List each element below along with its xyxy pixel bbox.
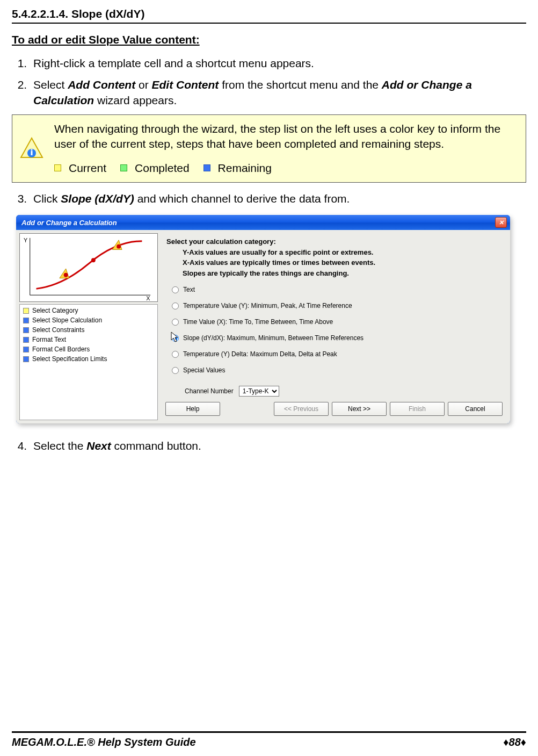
instruction-text: and which channel to derive the data fro… (134, 192, 350, 205)
radio-label: Time Value (X): Time To, Time Between, T… (183, 318, 333, 326)
channel-label: Channel Number (185, 387, 234, 395)
page-footer: MEGAM.O.L.E.® Help System Guide ♦88♦ (0, 731, 538, 748)
emphasis: Slope (dX/dY) (61, 192, 134, 205)
instruction-text: Select (33, 78, 68, 91)
legend-label: Completed (135, 161, 190, 176)
cursor-icon (171, 332, 179, 345)
step-label: Format Cell Borders (32, 344, 90, 354)
step-label: Select Slope Calculation (32, 315, 102, 325)
next-button[interactable]: Next >> (332, 402, 387, 416)
radio-label: Temperature Value (Y): Minimum, Peak, At… (183, 302, 352, 309)
svg-text:X: X (146, 295, 150, 301)
wizard-step-item[interactable]: Select Slope Calculation (21, 315, 156, 325)
radio-temperature-y[interactable]: Temperature Value (Y): Minimum, Peak, At… (172, 302, 501, 309)
footer-right: ♦88♦ (503, 736, 526, 748)
svg-text:Y: Y (24, 237, 27, 243)
legend-square-current (54, 164, 61, 171)
radio-input[interactable] (172, 319, 179, 326)
legend-label: Current (69, 161, 106, 176)
radio-input[interactable] (172, 303, 179, 309)
wizard-step-item[interactable]: Format Text (21, 335, 156, 344)
instr-title: Select your calculation category: (166, 236, 501, 247)
calculation-category-radios: Text Temperature Value (Y): Minimum, Pea… (161, 282, 507, 397)
channel-select[interactable]: 1-Type-K (239, 386, 279, 397)
footer-left: MEGAM.O.L.E.® Help System Guide (12, 736, 196, 748)
wizard-step-item[interactable]: Select Constraints (21, 325, 156, 335)
svg-point-12 (91, 258, 96, 263)
channel-row: Channel Number 1-Type-K (172, 386, 501, 397)
dialog-title: Add or Change a Calculation (21, 219, 117, 227)
svg-marker-10 (112, 240, 122, 250)
step-label: Select Specification Limits (32, 354, 107, 364)
note-text: When navigating through the wizard, the … (54, 121, 517, 152)
wizard-steps-list: Select Category Select Slope Calculation… (19, 304, 158, 420)
radio-label: Slope (dY/dX): Maximum, Minimum, Between… (183, 334, 363, 342)
svg-marker-8 (60, 269, 69, 278)
instruction-text: wizard appears. (94, 94, 177, 106)
radio-input[interactable] (172, 351, 179, 358)
svg-point-9 (64, 273, 68, 277)
finish-button[interactable]: Finish (390, 402, 445, 416)
note-box: When navigating through the wizard, the … (12, 114, 526, 183)
instruction-text: Click (33, 192, 61, 205)
wizard-button-row: Help << Previous Next >> Finish Cancel (161, 397, 507, 420)
list-item: Right-click a template cell and a shortc… (30, 56, 526, 71)
footer-brand-prefix: MEGA (12, 736, 44, 748)
section-heading: 5.4.2.2.1.4. Slope (dX/dY) (12, 8, 526, 24)
radio-slope[interactable]: Slope (dY/dX): Maximum, Minimum, Between… (172, 334, 501, 342)
info-icon (19, 136, 45, 162)
radio-label: Special Values (183, 366, 226, 374)
emphasis: Add Content (68, 78, 135, 91)
legend-square-remaining (203, 164, 210, 171)
footer-brand-rest: M.O.L.E.® Help System Guide (44, 736, 196, 748)
radio-input[interactable] (172, 286, 179, 293)
step-status-icon (23, 356, 29, 362)
footer-rule (12, 731, 526, 733)
instruction-text: Select the (33, 440, 86, 452)
instruction-text: from the shortcut menu and the (219, 78, 382, 91)
dialog-titlebar[interactable]: Add or Change a Calculation (16, 215, 510, 230)
emphasis: Edit Content (152, 78, 219, 91)
radio-label: Temperature (Y) Delta: Maximum Delta, De… (183, 350, 337, 358)
wizard-step-item[interactable]: Format Cell Borders (21, 344, 156, 354)
previous-button[interactable]: << Previous (274, 402, 329, 416)
instr-line: Y-Axis values are usually for a specific… (166, 247, 501, 258)
sub-heading: To add or edit Slope Value content: (12, 33, 526, 46)
instruction-text: or (135, 78, 151, 91)
note-content: When navigating through the wizard, the … (54, 121, 517, 176)
radio-label: Text (183, 286, 195, 293)
radio-input[interactable] (172, 367, 179, 374)
instruction-text: Right-click a template cell and a shortc… (33, 57, 314, 69)
step-status-icon (23, 318, 29, 323)
wizard-dialog: Add or Change a Calculation Y X (16, 215, 510, 423)
wizard-instruction-heading: Select your calculation category: Y-Axis… (161, 233, 507, 282)
step-status-icon (23, 337, 29, 343)
help-button[interactable]: Help (165, 402, 220, 416)
list-item: Select the Next command button. (30, 438, 526, 453)
radio-temperature-delta[interactable]: Temperature (Y) Delta: Maximum Delta, De… (172, 350, 501, 358)
step-status-icon (23, 327, 29, 333)
step-label: Format Text (32, 335, 66, 344)
instruction-text: command button. (111, 440, 201, 452)
wizard-step-item[interactable]: Select Category (21, 306, 156, 315)
cancel-button[interactable]: Cancel (448, 402, 503, 416)
step-label: Select Category (32, 306, 78, 315)
svg-rect-2 (31, 151, 33, 155)
step-status-icon (23, 347, 29, 352)
instr-line: X-Axis values are typically times or tim… (166, 257, 501, 268)
close-button[interactable] (495, 217, 507, 228)
instruction-list: Right-click a template cell and a shortc… (30, 56, 526, 108)
instruction-list: Click Slope (dX/dY) and which channel to… (30, 191, 526, 206)
svg-point-3 (31, 149, 32, 150)
svg-point-11 (117, 244, 121, 249)
list-item: Select Add Content or Edit Content from … (30, 77, 526, 108)
emphasis: Next (86, 440, 111, 452)
legend-square-completed (120, 164, 127, 171)
instruction-list: Select the Next command button. (30, 438, 526, 453)
radio-special-values[interactable]: Special Values (172, 366, 501, 374)
radio-text[interactable]: Text (172, 286, 501, 293)
wizard-step-item[interactable]: Select Specification Limits (21, 354, 156, 364)
legend-row: Current Completed Remaining (54, 161, 517, 176)
radio-time-x[interactable]: Time Value (X): Time To, Time Between, T… (172, 318, 501, 326)
instr-line: Slopes are typically the rates things ar… (166, 268, 501, 279)
